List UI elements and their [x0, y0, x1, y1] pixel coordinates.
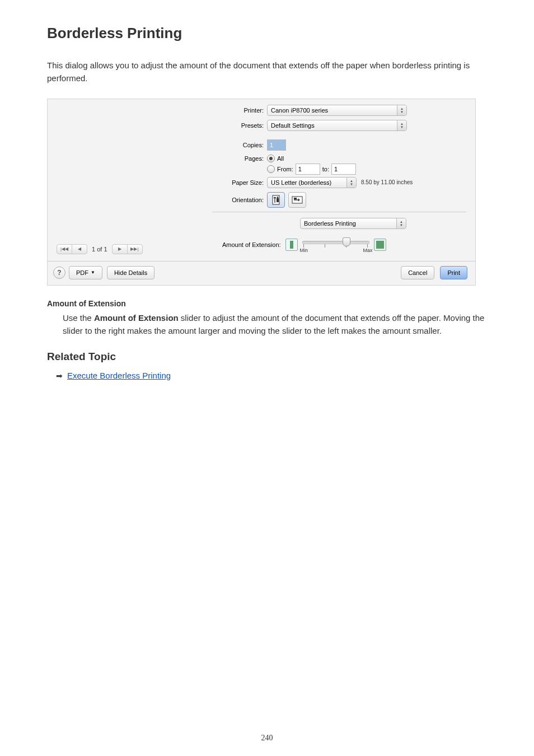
- intro-text: This dialog allows you to adjust the amo…: [47, 59, 487, 85]
- help-icon: ?: [57, 269, 61, 277]
- paper-size-value: US Letter (borderless): [271, 179, 331, 186]
- stepper-arrows-icon: ▲▼: [396, 218, 406, 228]
- next-page-icon: ▶: [113, 245, 127, 254]
- related-topic-heading: Related Topic: [47, 351, 487, 363]
- preview-next-segment[interactable]: ▶ ▶▶|: [112, 244, 143, 254]
- pages-to-input[interactable]: 1: [331, 164, 356, 175]
- printer-label: Printer:: [212, 107, 267, 114]
- paper-size-label: Paper Size:: [212, 179, 267, 186]
- extension-max-icon: [374, 239, 386, 251]
- extension-slider[interactable]: Min Max: [302, 237, 369, 252]
- pages-range-radio[interactable]: [267, 165, 275, 173]
- definition-term: Amount of Extension: [47, 299, 487, 308]
- extension-min-icon: [285, 239, 298, 251]
- help-button[interactable]: ?: [53, 267, 65, 279]
- slider-min-label: Min: [300, 248, 308, 253]
- orientation-label: Orientation:: [212, 197, 267, 203]
- definition-body: Use the Amount of Extension slider to ad…: [63, 311, 487, 338]
- portrait-icon: [271, 195, 280, 205]
- preview-pane: |◀◀ ◀ 1 of 1 ▶ ▶▶|: [57, 105, 200, 259]
- pdf-button-label: PDF: [76, 269, 88, 276]
- paper-size-dimensions: 8.50 by 11.00 inches: [361, 179, 413, 185]
- first-page-icon: |◀◀: [57, 245, 72, 254]
- presets-label: Presets:: [212, 122, 267, 129]
- prev-page-icon: ◀: [72, 245, 87, 254]
- stepper-arrows-icon: ▲▼: [346, 178, 356, 188]
- stepper-arrows-icon: ▲▼: [397, 105, 406, 115]
- slider-max-label: Max: [363, 248, 373, 253]
- printer-value: Canon iP8700 series: [271, 107, 328, 114]
- chevron-down-icon: ▼: [91, 270, 95, 275]
- pages-all-label: All: [277, 155, 284, 162]
- landscape-icon: [292, 195, 303, 204]
- related-topic-link[interactable]: Execute Borderless Printing: [67, 371, 171, 380]
- pages-label: Pages:: [212, 155, 267, 162]
- cancel-button[interactable]: Cancel: [401, 266, 434, 279]
- svg-point-2: [277, 197, 279, 198]
- svg-rect-1: [277, 198, 279, 202]
- page-title: Borderless Printing: [47, 25, 487, 42]
- copies-label: Copies:: [212, 142, 267, 148]
- orientation-portrait-button[interactable]: [267, 192, 285, 208]
- pages-from-input[interactable]: 1: [296, 164, 320, 175]
- presets-value: Default Settings: [271, 122, 315, 129]
- stepper-arrows-icon: ▲▼: [397, 120, 406, 130]
- svg-rect-4: [294, 198, 297, 199]
- preview-page-nav: |◀◀ ◀ 1 of 1 ▶ ▶▶|: [57, 244, 200, 254]
- pages-from-label: From:: [277, 166, 293, 172]
- print-dialog: |◀◀ ◀ 1 of 1 ▶ ▶▶| Printer: Canon iP8700…: [47, 99, 476, 286]
- extension-label: Amount of Extension:: [222, 241, 281, 248]
- hide-details-button[interactable]: Hide Details: [107, 266, 154, 279]
- print-button[interactable]: Print: [440, 266, 467, 279]
- arrow-right-icon: ➡: [56, 371, 63, 380]
- pages-all-radio[interactable]: [267, 155, 275, 162]
- preview-prev-segment[interactable]: |◀◀ ◀: [57, 244, 87, 254]
- presets-popup[interactable]: Default Settings ▲▼: [267, 120, 407, 131]
- last-page-icon: ▶▶|: [127, 245, 142, 254]
- orientation-landscape-button[interactable]: [288, 192, 306, 208]
- pdf-menu-button[interactable]: PDF ▼: [69, 266, 102, 279]
- paper-size-popup[interactable]: US Letter (borderless) ▲▼: [267, 177, 357, 188]
- page-count-label: 1 of 1: [92, 246, 107, 253]
- printer-popup[interactable]: Canon iP8700 series ▲▼: [267, 105, 407, 116]
- copies-input[interactable]: 1: [267, 139, 286, 151]
- section-popup-value: Borderless Printing: [304, 220, 356, 227]
- section-popup[interactable]: Borderless Printing ▲▼: [300, 218, 406, 229]
- pages-to-label: to:: [322, 166, 329, 172]
- page-number: 240: [0, 734, 534, 743]
